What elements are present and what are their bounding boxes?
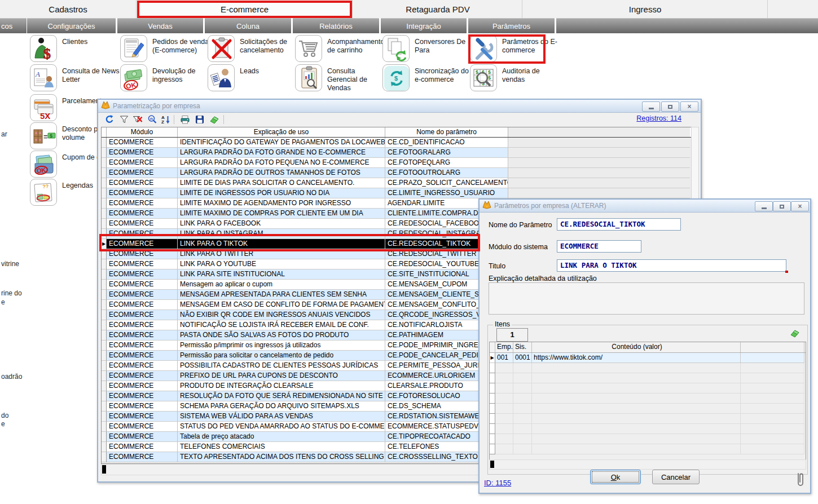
cell[interactable]: LIMITE MAXIMO DE AGENDAMENTO POR INGRESS… — [178, 198, 385, 209]
cell[interactable]: ECOMMERCE — [107, 351, 178, 361]
cell[interactable] — [513, 424, 532, 434]
itens-empty-row[interactable] — [490, 414, 806, 424]
menu-tab-integra-o[interactable]: Integração — [381, 18, 467, 33]
cell[interactable]: ECOMMERCE — [107, 391, 178, 401]
cell[interactable]: LINK PARA O YOUTUBE — [178, 259, 385, 269]
scroll-thumb[interactable] — [102, 465, 106, 474]
itens-column-header-conte-do-valor-[interactable]: Conteúdo (valor) — [532, 342, 741, 352]
cell[interactable]: ECOMMERCE — [107, 452, 178, 462]
menu-tab-par-metros[interactable]: Parâmetros — [468, 18, 555, 33]
scroll-thumb[interactable] — [490, 461, 494, 468]
cell[interactable]: LINK PARA SITE INSTITUCIONAL — [178, 269, 385, 280]
cell[interactable]: ECOMMERCE — [107, 219, 178, 229]
cell[interactable]: LIMITE MAXIMO DE COMPRAS POR CLIENTE EM … — [178, 209, 385, 219]
toolbar-item-solicita-es-de-cancelamento[interactable]: Solicitações de cancelamento — [208, 35, 297, 62]
locate-icon[interactable]: n — [147, 114, 158, 125]
cell[interactable] — [513, 373, 532, 383]
cell[interactable] — [532, 394, 741, 404]
toolbar-item-clientes[interactable]: $Clientes — [30, 35, 120, 62]
cell[interactable]: LIMITE DE INGRESSOS POR USUARIO NO DIA — [178, 188, 385, 198]
grid-header[interactable]: MóduloExplicação de usoNome do parâmetro — [102, 127, 691, 138]
toolbar-item-devolu-o-de-ingressos[interactable]: OKDevolução de ingressos — [120, 64, 210, 91]
table-row[interactable]: ECOMMERCELARGURA PADRÃO DE OUTROS TAMANH… — [102, 168, 691, 178]
cell[interactable] — [513, 363, 532, 373]
table-row[interactable]: ECOMMERCELARGURA PADRÃO DA FOTO GRANDE N… — [102, 148, 691, 158]
cell[interactable]: ECOMMERCE — [107, 330, 178, 341]
itens-column-header-emp-[interactable]: Emp. — [495, 342, 513, 352]
cell[interactable]: SISTEMA WEB VÁLIDO PARA AS VENDAS — [178, 412, 385, 422]
cell[interactable]: LINK PARA O FACEBOOK — [178, 219, 385, 229]
nome-parametro-field[interactable]: CE.REDESOCIAL_TIKTOK — [557, 218, 681, 231]
cell[interactable] — [532, 434, 741, 444]
cell[interactable] — [532, 404, 741, 414]
cell[interactable] — [495, 394, 513, 404]
cell[interactable]: MENSAGEM APRESENTADA PARA CLIENTES SEM S… — [178, 290, 385, 300]
table-row[interactable]: ECOMMERCEIDENTIFICAÇÃO DO GATEWAY DE PAG… — [102, 138, 691, 148]
menu-tab-cos[interactable]: cos — [0, 18, 27, 33]
minimize-button[interactable] — [755, 201, 773, 211]
table-row[interactable]: ECOMMERCELIMITE DE DIAS PARA SOLICITAR O… — [102, 178, 691, 188]
cell[interactable] — [495, 414, 513, 424]
cell[interactable] — [532, 373, 741, 383]
cell[interactable]: ECOMMERCE — [107, 381, 178, 391]
itens-empty-row[interactable] — [490, 434, 806, 444]
filter-remove-icon[interactable] — [132, 114, 143, 125]
eraser-icon[interactable] — [209, 114, 220, 125]
cell[interactable]: Permissão para solicitar o cancelamento … — [178, 351, 385, 361]
menu-tab-coluna[interactable]: Coluna — [205, 18, 291, 33]
column-header-blank[interactable] — [102, 127, 107, 137]
table-row[interactable]: ECOMMERCELIMITE DE INGRESSOS POR USUARIO… — [102, 188, 691, 198]
cell[interactable]: SCHEMA PARA GERAÇÃO DO ARQUIVO SITEMAPS.… — [178, 401, 385, 412]
close-button[interactable]: × — [791, 201, 809, 211]
cell[interactable] — [532, 383, 741, 394]
sort-az-icon[interactable]: AZ — [160, 114, 171, 125]
cell[interactable] — [741, 404, 804, 414]
cell[interactable]: IDENTIFICAÇÃO DO GATEWAY DE PAGAMENTOS D… — [178, 138, 385, 148]
cell[interactable]: ECOMMERCE — [107, 168, 178, 178]
cell[interactable]: ECOMMERCE — [107, 341, 178, 351]
cell[interactable] — [741, 373, 804, 383]
save-icon[interactable] — [194, 114, 205, 125]
cell[interactable]: ECOMMERCE — [107, 290, 178, 300]
column-header-blank[interactable] — [508, 127, 690, 137]
close-button[interactable]: × — [680, 101, 698, 112]
cell[interactable]: ECOMMERCE — [107, 320, 178, 330]
itens-count-field[interactable]: 1 — [496, 328, 528, 342]
cell[interactable]: https://www.tiktok.com/ — [532, 353, 741, 363]
cell[interactable]: CE.FOTOPEQLARG — [385, 158, 508, 168]
cell[interactable] — [513, 394, 532, 404]
cell[interactable]: Permissão p/imprimir os ingressos já uti… — [178, 341, 385, 351]
itens-empty-row[interactable] — [490, 383, 806, 394]
cell[interactable]: ECOMMERCE — [107, 239, 178, 249]
cell[interactable]: POSSIBILITA CADASTRO DE CLIENTES PESSOAS… — [178, 361, 385, 371]
cell[interactable]: STATUS DO PED VENDA AMARRADO AO STATUS D… — [178, 422, 385, 432]
toolbar-item-acompanhamento-de-carrinho[interactable]: Acompanhamento de carrinho — [295, 35, 385, 62]
id-link[interactable]: ID: 1155 — [484, 479, 511, 487]
toolbar-item-auditoria-de-vendas[interactable]: $$$$$$Auditoria de vendas — [470, 64, 560, 91]
cell[interactable] — [741, 414, 804, 424]
cell[interactable]: CE.PRAZO_SOLICIT_CANCELAMENTO — [385, 178, 508, 188]
cell[interactable] — [741, 394, 804, 404]
cell[interactable] — [513, 434, 532, 444]
cell[interactable]: LINK PARA O TIKTOK — [178, 239, 385, 249]
toolbar-item-consulta-gerencial-de-vendas[interactable]: Consulta Gerencial de Vendas — [295, 64, 385, 92]
itens-empty-row[interactable] — [490, 424, 806, 434]
cell[interactable] — [741, 383, 804, 394]
cell[interactable]: ECOMMERCE — [107, 432, 178, 442]
module-tab-ingresso[interactable]: Ingresso — [523, 0, 768, 18]
cell[interactable]: ECOMMERCE — [107, 412, 178, 422]
toolbar-item-consulta-de-news-letter[interactable]: AConsulta de News Letter — [30, 64, 120, 91]
itens-column-header-blank[interactable] — [490, 342, 495, 352]
cell[interactable]: ECOMMERCE — [107, 249, 178, 259]
cell[interactable] — [532, 444, 741, 454]
cell[interactable] — [741, 353, 804, 363]
cell[interactable]: ECOMMERCE — [107, 148, 178, 158]
column-header-explica-o-de-uso[interactable]: Explicação de uso — [178, 127, 385, 137]
cell[interactable]: 0001 — [513, 353, 532, 363]
module-tab-e-commerce[interactable]: E-commerce — [137, 0, 353, 18]
toolbar-item-sincroniza-o-do-e-commerce[interactable]: $Sincronização do e-commerce — [382, 64, 472, 91]
cell[interactable]: PASTA ONDE SÃO SALVAS AS FOTOS DO PRODUT… — [178, 330, 385, 341]
module-tab-cadastros[interactable]: Cadastros — [0, 0, 137, 18]
menu-tab-vendas[interactable]: Vendas — [117, 18, 203, 33]
cell[interactable] — [495, 444, 513, 454]
